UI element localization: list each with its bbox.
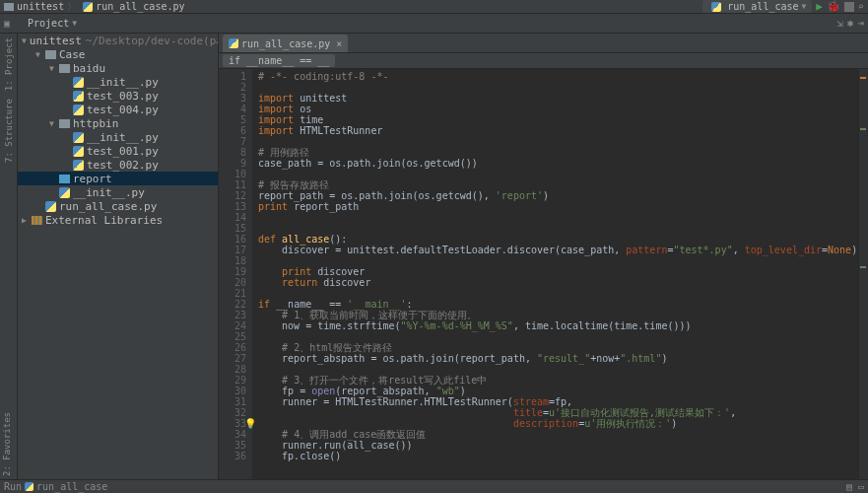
run-tool-window-label[interactable]: Run bbox=[4, 481, 22, 492]
python-icon bbox=[25, 482, 33, 491]
tree-item-label: httpbin bbox=[73, 117, 118, 130]
breadcrumb-bar: if __name__ == __ bbox=[219, 53, 868, 69]
tree-item-label: __init__.py bbox=[87, 76, 159, 89]
project-folder-icon bbox=[4, 3, 14, 11]
run-config-label: run_all_case bbox=[727, 1, 798, 12]
tree-item-label: Case bbox=[59, 48, 86, 61]
tab-label: run_all_case.py bbox=[241, 38, 330, 49]
structure-tool-tab[interactable]: 7: Structure bbox=[2, 95, 16, 167]
tree-item[interactable]: ▼baidu bbox=[18, 61, 218, 75]
tree-item[interactable]: test_004.py bbox=[18, 103, 218, 116]
editor-tab[interactable]: run_all_case.py × bbox=[223, 35, 348, 52]
folder-icon bbox=[45, 50, 56, 59]
python-icon bbox=[83, 2, 93, 12]
memory-indicator-icon[interactable]: ▭ bbox=[858, 481, 864, 492]
project-tree: ▼unittest~/Desktop/dev-code(pa)/lear▼Cas… bbox=[18, 34, 219, 479]
event-log-icon[interactable]: ▤ bbox=[846, 481, 852, 492]
tree-item[interactable]: ▼httpbin bbox=[18, 116, 218, 130]
python-icon bbox=[73, 91, 84, 102]
python-icon bbox=[229, 38, 238, 48]
tree-item-label: run_all_case.py bbox=[59, 200, 157, 213]
run-target[interactable]: run_all_case bbox=[36, 481, 107, 492]
project-label: Project bbox=[28, 18, 69, 29]
tree-item-label: unittest bbox=[30, 35, 82, 47]
tree-item-label: test_001.py bbox=[87, 145, 159, 158]
expand-arrow-icon[interactable]: ▼ bbox=[49, 64, 59, 73]
settings-icon[interactable]: ✱ bbox=[847, 17, 854, 30]
tree-item[interactable]: __init__.py bbox=[18, 185, 218, 199]
expand-arrow-icon[interactable]: ▼ bbox=[35, 50, 45, 59]
run-icon[interactable]: ▶ bbox=[816, 0, 823, 13]
tree-item[interactable]: ▼unittest~/Desktop/dev-code(pa)/lear bbox=[18, 34, 218, 47]
statusbar: Run run_all_case ▤ ▭ bbox=[0, 479, 868, 493]
tree-item[interactable]: ▶External Libraries bbox=[18, 213, 218, 227]
python-icon bbox=[59, 187, 70, 198]
python-icon bbox=[73, 146, 84, 157]
editor-tabs: run_all_case.py × bbox=[219, 34, 868, 53]
project-tool-tab[interactable]: 1: Project bbox=[2, 34, 16, 95]
intention-bulb-icon[interactable]: 💡 bbox=[244, 418, 256, 429]
expand-arrow-icon[interactable]: ▶ bbox=[22, 216, 32, 225]
code-content[interactable]: # -*- coding:utf-8 -*- import unittestim… bbox=[252, 69, 858, 479]
tree-item[interactable]: __init__.py bbox=[18, 130, 218, 144]
tree-item-label: External Libraries bbox=[45, 214, 163, 227]
tree-item-label: test_003.py bbox=[87, 90, 159, 103]
tree-item-label: baidu bbox=[73, 62, 105, 75]
current-file: run_all_case.py bbox=[96, 1, 184, 12]
folder-icon bbox=[59, 119, 70, 128]
python-icon bbox=[73, 160, 84, 171]
tree-item-label: __init__.py bbox=[87, 131, 159, 144]
titlebar: unittest 〉 run_all_case.py run_all_case … bbox=[0, 0, 868, 14]
run-configuration-selector[interactable]: run_all_case ▼ bbox=[702, 0, 812, 13]
overview-ruler[interactable] bbox=[858, 69, 868, 479]
tree-item-label: __init__.py bbox=[73, 186, 145, 199]
tree-item[interactable]: run_all_case.py bbox=[18, 199, 218, 213]
project-name: unittest bbox=[17, 1, 64, 12]
python-icon bbox=[45, 201, 56, 212]
debug-icon[interactable]: 🐞 bbox=[827, 0, 840, 13]
tree-item-label: test_002.py bbox=[87, 159, 159, 172]
tree-item[interactable]: test_002.py bbox=[18, 158, 218, 172]
python-icon bbox=[711, 2, 721, 12]
tree-item[interactable]: test_003.py bbox=[18, 89, 218, 103]
hide-icon[interactable]: ⇥ bbox=[857, 17, 864, 30]
folder-icon bbox=[59, 64, 70, 73]
tree-item[interactable]: ▼Case bbox=[18, 47, 218, 61]
favorites-tool-tab[interactable]: 2: Favorites bbox=[0, 409, 14, 479]
library-icon bbox=[32, 216, 42, 225]
expand-arrow-icon[interactable]: ▼ bbox=[49, 119, 59, 128]
expand-arrow-icon[interactable]: ▼ bbox=[22, 36, 27, 45]
tree-item[interactable]: __init__.py bbox=[18, 75, 218, 89]
tree-item-label: report bbox=[73, 173, 112, 185]
tree-item[interactable]: test_001.py bbox=[18, 144, 218, 158]
python-icon bbox=[73, 77, 84, 88]
search-icon[interactable]: ⌕ bbox=[858, 1, 864, 12]
python-icon bbox=[73, 132, 84, 143]
breadcrumb[interactable]: if __name__ == __ bbox=[223, 54, 335, 67]
collapse-icon[interactable]: ⇲ bbox=[836, 17, 843, 30]
editor-area: run_all_case.py × if __name__ == __ 1234… bbox=[219, 34, 868, 479]
close-icon[interactable]: × bbox=[336, 38, 342, 49]
python-icon bbox=[73, 105, 84, 115]
tree-item-label: test_004.py bbox=[87, 104, 159, 116]
stop-icon[interactable] bbox=[844, 2, 854, 12]
project-tool-window-icon[interactable]: ▣ bbox=[4, 18, 10, 29]
folder-icon bbox=[59, 175, 70, 183]
tree-item[interactable]: report bbox=[18, 172, 218, 185]
project-toolbar: ▣ Project ▼ ⇲ ✱ ⇥ bbox=[0, 14, 868, 34]
tree-item-path: ~/Desktop/dev-code(pa)/lear bbox=[86, 35, 219, 47]
